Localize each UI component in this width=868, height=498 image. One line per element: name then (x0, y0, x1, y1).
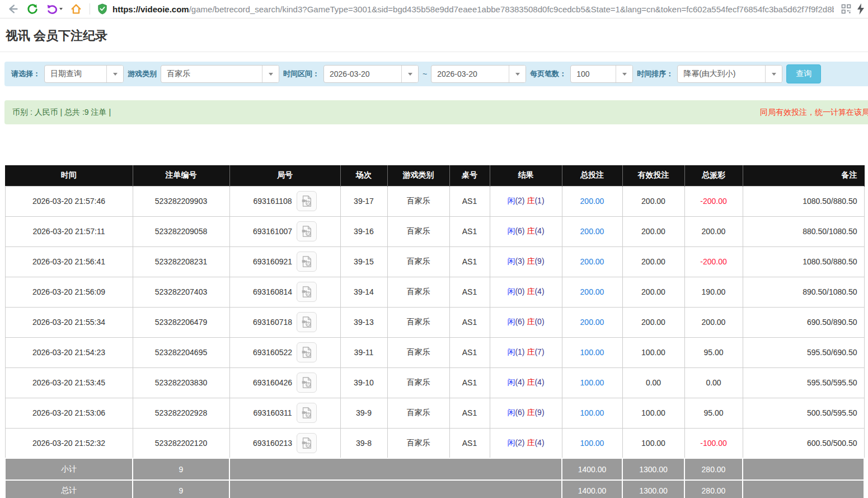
result-cell: 闲(1) 庄(7) (490, 337, 562, 367)
date-to-select[interactable]: 2026-03-20 (431, 65, 526, 83)
total-bet-cell[interactable]: 200.00 (562, 246, 622, 277)
time-cell: 2026-03-20 21:57:11 (5, 216, 133, 246)
total-bet-cell[interactable]: 200.00 (562, 216, 622, 246)
column-header: 注单编号 (133, 165, 229, 186)
total-bet-link[interactable]: 100.00 (580, 348, 604, 357)
subtotal-remark (743, 458, 864, 480)
total-bet-link[interactable]: 100.00 (580, 378, 604, 387)
select-type-label: 请选择： (11, 69, 40, 79)
date-from-select[interactable]: 2026-03-20 (323, 65, 419, 83)
banker-score: (9) (534, 257, 544, 266)
banker-score: (4) (534, 378, 544, 387)
home-icon[interactable] (70, 3, 82, 15)
total-bet-cell[interactable]: 100.00 (562, 398, 622, 428)
date-to-dropdown-button[interactable] (509, 66, 526, 82)
url-domain: https://videoie.com (112, 4, 189, 14)
total-bet-cell[interactable]: 200.00 (562, 186, 622, 216)
total-bet-link[interactable]: 200.00 (580, 287, 604, 296)
session-cell: 39-11 (340, 337, 387, 367)
total-bet-link[interactable]: 200.00 (580, 318, 604, 327)
payout-cell: 200.00 (684, 216, 743, 246)
total-bet-link[interactable]: 100.00 (580, 408, 604, 417)
sort-select[interactable]: 降幂(由大到小) (677, 65, 782, 83)
query-type-select[interactable]: 日期查询 (44, 65, 124, 83)
total-bet-cell[interactable]: 200.00 (562, 277, 622, 307)
game-type-select[interactable]: 百家乐 (161, 65, 279, 83)
total-bet-link[interactable]: 100.00 (580, 439, 604, 448)
session-cell: 39-9 (340, 398, 387, 428)
back-icon[interactable] (7, 3, 19, 15)
url-text[interactable]: https://videoie.com/game/betrecord_searc… (112, 4, 834, 14)
banker-score: (4) (534, 287, 544, 296)
sort-dropdown-button[interactable] (765, 66, 782, 82)
page-size-label: 每页笔数： (530, 69, 566, 79)
refresh-icon[interactable] (26, 3, 39, 15)
round-cell: 693160213 (229, 428, 340, 458)
date-range-tilde: ~ (423, 69, 427, 78)
payout-cell: 0.00 (684, 367, 743, 398)
search-button[interactable]: 查询 (786, 64, 821, 83)
total-bet-link[interactable]: 200.00 (580, 257, 604, 266)
video-file-icon (301, 195, 313, 207)
game-type-dropdown-button[interactable] (262, 66, 279, 82)
player-score: (2) (515, 196, 524, 205)
result-cell: 闲(6) 庄(0) (490, 307, 562, 337)
video-replay-button[interactable] (297, 373, 317, 393)
total-bet-cell[interactable]: 100.00 (562, 367, 622, 398)
player-result-label: 闲 (507, 196, 515, 205)
total-bet-cell[interactable]: 100.00 (562, 428, 622, 458)
subtotal-total-bet: 1400.00 (562, 458, 622, 480)
player-score: (1) (515, 347, 524, 356)
bet-record-row: 2026-03-20 21:54:23523282204695693160522… (5, 337, 864, 367)
round-cell: 693160522 (229, 337, 340, 367)
video-replay-button[interactable] (297, 342, 317, 362)
address-bar[interactable]: https://videoie.com/game/betrecord_searc… (97, 3, 834, 15)
bet-record-row: 2026-03-20 21:55:34523282206479693160718… (5, 307, 864, 337)
video-replay-button[interactable] (297, 221, 317, 241)
player-score: (4) (515, 378, 524, 387)
column-header: 时间 (5, 165, 133, 186)
undo-icon[interactable] (46, 3, 63, 15)
video-replay-button[interactable] (297, 252, 317, 272)
round-cell: 693160311 (229, 398, 340, 428)
player-result-label: 闲 (507, 287, 515, 296)
qr-code-icon[interactable] (841, 4, 851, 14)
query-type-dropdown-button[interactable] (106, 66, 123, 82)
table-no-cell: AS1 (449, 186, 490, 216)
shield-icon[interactable] (97, 3, 107, 15)
remark-cell: 1080.50/880.50 (743, 246, 864, 277)
undo-dropdown-caret[interactable] (59, 8, 63, 12)
page-size-select[interactable]: 100 (570, 65, 633, 83)
time-cell: 2026-03-20 21:56:41 (5, 246, 133, 277)
subtotal-spacer (229, 458, 562, 480)
video-replay-button[interactable] (297, 433, 317, 453)
date-from-dropdown-button[interactable] (401, 66, 418, 82)
total-label: 总计 (5, 480, 133, 498)
banker-score: (9) (534, 408, 544, 417)
video-replay-button[interactable] (297, 403, 317, 423)
time-cell: 2026-03-20 21:55:34 (5, 307, 133, 337)
video-replay-button[interactable] (297, 282, 317, 302)
game-type-cell: 百家乐 (387, 337, 449, 367)
column-header: 总派彩 (684, 165, 743, 186)
total-bet-cell[interactable]: 200.00 (562, 307, 622, 337)
page-size-dropdown-button[interactable] (616, 66, 632, 82)
total-bet-link[interactable]: 200.00 (580, 227, 604, 236)
time-cell: 2026-03-20 21:54:23 (5, 337, 133, 367)
video-replay-button[interactable] (297, 312, 317, 332)
valid-bet-cell: 200.00 (622, 307, 684, 337)
subtotal-row: 小计 9 1400.00 1300.00 280.00 (5, 458, 864, 480)
game-type-cell: 百家乐 (387, 277, 449, 307)
total-bet-cell[interactable]: 100.00 (562, 337, 622, 367)
player-score: (2) (515, 438, 524, 447)
lightning-icon[interactable] (857, 3, 865, 15)
video-replay-button[interactable] (297, 191, 317, 211)
bet-id-cell: 523282209903 (133, 186, 229, 216)
time-cell: 2026-03-20 21:53:06 (5, 398, 133, 428)
session-cell: 39-16 (340, 216, 387, 246)
game-type-cell: 百家乐 (387, 246, 449, 277)
banker-score: (0) (534, 317, 544, 326)
total-bet-link[interactable]: 200.00 (580, 197, 604, 206)
table-header-row: 时间注单编号局号场次游戏类别桌号结果总投注有效投注总派彩备注 (5, 165, 864, 186)
valid-bet-cell: 100.00 (622, 428, 684, 458)
